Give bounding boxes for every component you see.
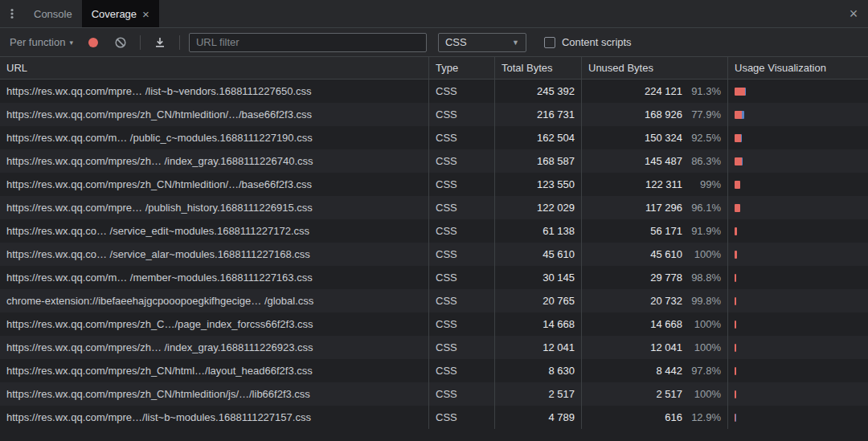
coverage-mode-dropdown[interactable]: Per function ▾ <box>6 35 76 50</box>
usage-bar <box>735 227 737 235</box>
download-icon <box>154 36 166 49</box>
usage-bar <box>735 390 736 398</box>
cell-type: CSS <box>428 312 494 336</box>
usage-bar <box>735 274 736 282</box>
table-row[interactable]: https://res.wx.qq.com/mpres/zh… /index_g… <box>0 149 868 173</box>
unused-percent-value: 99% <box>682 178 721 190</box>
unused-bar-segment <box>735 204 740 212</box>
table-row[interactable]: https://res.wx.qq.com/mpre… /publish_his… <box>0 196 868 219</box>
record-button[interactable] <box>83 32 104 53</box>
toolbar-divider <box>140 35 141 50</box>
table-row[interactable]: https://res.wx.qq.com/mpres/zh_CN/htmled… <box>0 103 868 126</box>
type-filter-value: CSS <box>445 36 467 48</box>
clear-button[interactable] <box>110 32 131 53</box>
cell-usage-visualization <box>727 359 868 382</box>
unused-bar-segment <box>735 134 741 142</box>
table-row[interactable]: https://res.wx.qq.com/mpre…/list~b~modul… <box>0 406 868 429</box>
table-row[interactable]: https://res.wx.qq.com/mpres/zh_CN/htmled… <box>0 173 868 196</box>
close-tab-icon[interactable]: × <box>142 8 149 20</box>
unused-bar-segment <box>735 367 736 375</box>
cell-url: https://res.wx.qq.com/m… /member~modules… <box>0 266 428 289</box>
cell-unused-bytes: 122 311 99% <box>581 173 727 196</box>
cell-unused-bytes: 45 610 100% <box>581 243 727 266</box>
drawer-tabbar: Console Coverage × × <box>0 0 868 28</box>
type-filter-select[interactable]: CSS ▼ <box>438 33 526 52</box>
table-row[interactable]: https://res.wx.qq.co… /service_edit~modu… <box>0 219 868 243</box>
unused-percent-value: 96.1% <box>682 202 721 214</box>
table-row[interactable]: https://res.wx.qq.com/m… /member~modules… <box>0 266 868 289</box>
unused-bar-segment <box>735 181 740 189</box>
tab-coverage[interactable]: Coverage × <box>82 0 159 27</box>
usage-bar <box>735 251 737 259</box>
unused-bytes-value: 8 442 <box>656 365 682 377</box>
unused-bytes-value: 616 <box>665 411 682 423</box>
table-header: URL Type Total Bytes Unused Bytes Usage … <box>0 57 868 80</box>
cell-url: https://res.wx.qq.com/m… /public_c~modul… <box>0 126 428 149</box>
cell-url: https://res.wx.qq.com/mpres/zh_C…/page_i… <box>0 312 428 336</box>
unused-bytes-value: 20 732 <box>650 295 682 307</box>
table-row[interactable]: https://res.wx.qq.com/mpres/zh… /index_g… <box>0 336 868 359</box>
unused-percent-value: 98.8% <box>682 272 721 284</box>
unused-bytes-value: 168 926 <box>645 108 682 120</box>
column-header-usage-visualization[interactable]: Usage Visualization <box>727 57 868 79</box>
table-row[interactable]: https://res.wx.qq.co… /service_alar~modu… <box>0 243 868 266</box>
cell-type: CSS <box>428 219 494 243</box>
column-header-type[interactable]: Type <box>428 57 494 79</box>
cell-unused-bytes: 29 778 98.8% <box>581 266 727 289</box>
used-bar-segment <box>741 134 742 142</box>
tab-console[interactable]: Console <box>24 0 82 27</box>
cell-unused-bytes: 150 324 92.5% <box>581 126 727 149</box>
cell-usage-visualization <box>727 289 868 312</box>
cell-usage-visualization <box>727 312 868 336</box>
usage-bar <box>735 88 746 96</box>
column-header-url[interactable]: URL <box>0 57 428 79</box>
cell-unused-bytes: 8 442 97.8% <box>581 359 727 382</box>
cell-usage-visualization <box>727 243 868 266</box>
table-row[interactable]: https://res.wx.qq.com/m… /public_c~modul… <box>0 126 868 149</box>
content-scripts-checkbox[interactable] <box>544 37 555 48</box>
cell-type: CSS <box>428 173 494 196</box>
cell-unused-bytes: 145 487 86.3% <box>581 149 727 173</box>
table-row[interactable]: https://res.wx.qq.com/mpre… /list~b~vend… <box>0 80 868 103</box>
cell-total-bytes: 20 765 <box>494 289 581 312</box>
table-body: https://res.wx.qq.com/mpre… /list~b~vend… <box>0 80 868 429</box>
cell-url: https://res.wx.qq.co… /service_edit~modu… <box>0 219 428 243</box>
cell-usage-visualization <box>727 196 868 219</box>
table-row[interactable]: https://res.wx.qq.com/mpres/zh_CN/htmled… <box>0 382 868 406</box>
cell-total-bytes: 122 029 <box>494 196 581 219</box>
unused-bar-segment <box>735 297 736 305</box>
table-row[interactable]: https://res.wx.qq.com/mpres/zh_CN/html…/… <box>0 359 868 382</box>
cell-usage-visualization <box>727 382 868 406</box>
cell-total-bytes: 162 504 <box>494 126 581 149</box>
unused-bytes-value: 56 171 <box>650 225 682 237</box>
unused-bytes-value: 14 668 <box>650 318 682 330</box>
close-devtools-icon[interactable]: × <box>839 0 868 27</box>
unused-bar-segment <box>735 88 745 96</box>
column-header-unused-bytes[interactable]: Unused Bytes <box>581 57 727 79</box>
column-header-total-bytes[interactable]: Total Bytes <box>494 57 581 79</box>
url-filter-input[interactable] <box>189 33 427 52</box>
used-bar-segment <box>742 157 743 165</box>
cell-type: CSS <box>428 149 494 173</box>
cell-unused-bytes: 14 668 100% <box>581 312 727 336</box>
unused-bar-segment <box>735 111 742 119</box>
unused-bar-segment <box>735 227 737 235</box>
coverage-table: URL Type Total Bytes Unused Bytes Usage … <box>0 57 868 441</box>
cell-type: CSS <box>428 382 494 406</box>
cell-type: CSS <box>428 126 494 149</box>
record-icon <box>88 38 98 47</box>
cell-total-bytes: 216 731 <box>494 103 581 126</box>
cell-usage-visualization <box>727 103 868 126</box>
unused-bytes-value: 45 610 <box>650 248 682 260</box>
used-bar-segment <box>735 414 736 422</box>
unused-percent-value: 100% <box>682 318 721 330</box>
export-button[interactable] <box>149 32 170 53</box>
kebab-menu-icon[interactable] <box>0 0 24 27</box>
table-row[interactable]: chrome-extension://ibefaeehajgcpooopoegk… <box>0 289 868 312</box>
cell-url: https://res.wx.qq.com/mpre… /list~b~vend… <box>0 80 428 103</box>
cell-url: https://res.wx.qq.co… /service_alar~modu… <box>0 243 428 266</box>
unused-bytes-value: 145 487 <box>645 155 682 167</box>
content-scripts-toggle[interactable]: Content scripts <box>544 36 632 48</box>
select-caret-icon: ▼ <box>512 39 519 47</box>
table-row[interactable]: https://res.wx.qq.com/mpres/zh_C…/page_i… <box>0 312 868 336</box>
